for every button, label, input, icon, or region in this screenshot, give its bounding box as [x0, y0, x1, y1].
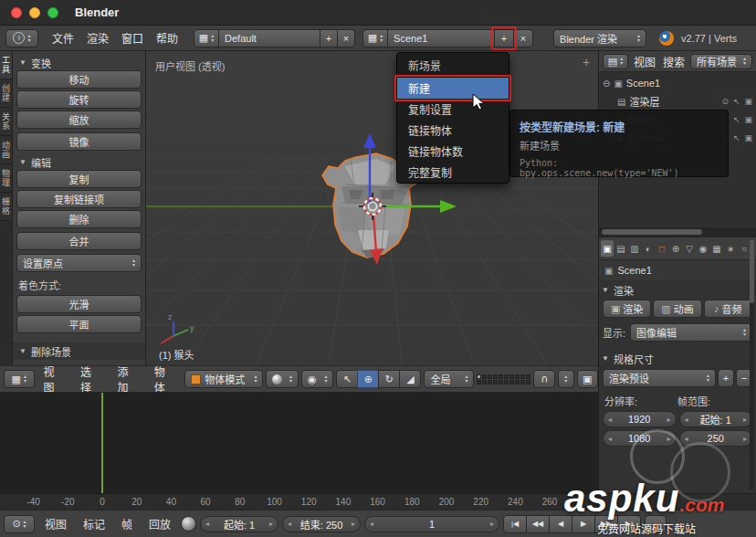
selectable-cursor-icon[interactable]: ↖ — [733, 115, 740, 124]
manipulator-scale-button[interactable]: ◢ — [399, 370, 421, 388]
shelf-tab-animation[interactable]: 动画 — [0, 136, 12, 164]
breadcrumb-scene-name[interactable]: Scene1 — [617, 265, 651, 276]
pivot-point-dropdown[interactable]: ◉ ▴▾ — [301, 370, 333, 388]
outliner-search-label[interactable]: 搜索 — [661, 54, 687, 69]
tab-object[interactable]: □ — [656, 240, 668, 257]
viewport-3d[interactable]: 用户视图 (透视) (1) 猴头 z y + — [146, 51, 598, 365]
render-still-button[interactable]: ▣ 渲染 — [603, 300, 651, 318]
previous-keyframe-button[interactable]: ◀◀ — [526, 515, 550, 533]
properties-scrollbar[interactable] — [750, 239, 754, 490]
shade-smooth-button[interactable]: 光滑 — [16, 295, 142, 313]
translate-button[interactable]: 移动 — [16, 70, 142, 89]
menu-item-link-objects[interactable]: 链接物体 — [397, 120, 509, 141]
menu-help[interactable]: 帮助 — [150, 30, 184, 46]
stepper-left-icon[interactable]: ◂ — [288, 520, 291, 528]
tab-render-layers[interactable]: ▤ — [614, 240, 627, 257]
panel-header-transform[interactable]: ▼ 变换 — [16, 55, 142, 70]
play-reverse-button[interactable]: ◀ — [549, 515, 572, 533]
visibility-eye-icon[interactable]: ⊙ — [721, 97, 729, 106]
stepper-left-icon[interactable]: ◂ — [685, 416, 688, 424]
view3d-menu-view[interactable]: 视图 — [37, 365, 71, 393]
menu-item-link-object-data[interactable]: 链接物体数 — [397, 141, 509, 162]
region-corner-plus-icon[interactable]: + — [583, 55, 590, 69]
render-presets-dropdown[interactable]: 渲染预设 ▴▾ — [603, 369, 716, 387]
current-frame-field[interactable]: ◂ 1 ▸ — [364, 516, 499, 532]
viewport-shading-dropdown[interactable]: ▴▾ — [266, 370, 298, 388]
renderable-camera-icon[interactable]: ▣ — [744, 115, 752, 124]
close-window-button[interactable] — [11, 7, 22, 18]
render-audio-button[interactable]: ♪ 音频 — [704, 300, 752, 318]
display-mode-dropdown[interactable]: 图像编辑 ▴▾ — [630, 323, 752, 342]
panel-header-render[interactable]: ▼ 渲染 — [599, 282, 756, 298]
scale-button[interactable]: 缩放 — [16, 111, 142, 129]
timeline-ruler[interactable]: -40 -20 0 20 40 60 80 100 120 140 160 18… — [0, 493, 756, 510]
current-frame-line[interactable] — [101, 393, 103, 493]
duplicate-linked-button[interactable]: 复制链接项 — [16, 190, 142, 208]
stepper-left-icon[interactable]: ◂ — [370, 520, 373, 528]
stepper-right-icon[interactable]: ▸ — [667, 416, 670, 424]
preview-range-button[interactable] — [181, 516, 196, 532]
view3d-menu-add[interactable]: 添加 — [110, 365, 144, 393]
renderable-camera-icon[interactable]: ▣ — [744, 97, 752, 106]
set-origin-dropdown[interactable]: 设置原点 ▴▾ — [16, 254, 142, 272]
layers-widget[interactable] — [477, 374, 530, 384]
delete-scene-button[interactable]: × — [513, 29, 533, 47]
delete-screen-layout-button[interactable]: × — [337, 29, 355, 47]
rotate-button[interactable]: 旋转 — [16, 90, 142, 109]
screen-layout-browse-button[interactable]: ▦ ▴▾ — [194, 29, 219, 47]
menu-file[interactable]: 文件 — [46, 30, 80, 46]
menu-window[interactable]: 窗口 — [115, 30, 150, 46]
panel-header-dimensions[interactable]: ▼ 规格尺寸 — [599, 351, 756, 366]
record-button[interactable]: ● — [645, 515, 667, 533]
jump-to-start-button[interactable]: |◀ — [503, 515, 527, 533]
tab-world[interactable]: ◐ — [642, 240, 655, 257]
mode-dropdown[interactable]: 物体模式 ▴▾ — [184, 370, 263, 388]
manipulator-pointer-button[interactable]: ↖ — [336, 370, 358, 388]
tab-render[interactable]: ▣ — [601, 240, 614, 257]
stepper-right-icon[interactable]: ▸ — [743, 435, 747, 443]
tab-physics[interactable]: ○ — [738, 240, 751, 257]
tab-particles[interactable]: ∗ — [724, 240, 737, 257]
stepper-right-icon[interactable]: ▸ — [490, 520, 494, 528]
stepper-right-icon[interactable]: ▸ — [743, 416, 747, 424]
frame-end-field[interactable]: ◂ 250 ▸ — [679, 430, 753, 447]
screen-layout-name-field[interactable]: Default — [218, 29, 320, 47]
frame-start-field[interactable]: ◂ 起始: 1 ▸ — [200, 516, 278, 532]
frame-end-field[interactable]: ◂ 结束: 250 ▸ — [282, 516, 361, 532]
stepper-left-icon[interactable]: ◂ — [608, 435, 612, 443]
resolution-y-field[interactable]: ◂ 1080 ▸ — [603, 430, 677, 447]
transform-orientation-dropdown[interactable]: 全局 ▴▾ — [424, 370, 474, 388]
tab-texture[interactable]: ▦ — [710, 240, 723, 257]
tab-material[interactable]: ◉ — [697, 240, 709, 257]
viewport-canvas[interactable] — [146, 51, 598, 365]
stepper-left-icon[interactable]: ◂ — [205, 520, 209, 528]
outliner-scrollbar[interactable] — [599, 227, 756, 237]
tab-constraints[interactable]: ⊕ — [669, 240, 682, 257]
selectable-cursor-icon[interactable]: ↖ — [733, 133, 740, 142]
stepper-right-icon[interactable]: ▸ — [269, 520, 273, 528]
frame-start-field[interactable]: ◂ 起始: 1 ▸ — [679, 411, 753, 427]
render-opengl-button[interactable]: ▣ — [577, 370, 598, 388]
renderable-camera-icon[interactable]: ▣ — [744, 133, 752, 142]
timeline-menu-playback[interactable]: 回放 — [142, 516, 177, 532]
duplicate-button[interactable]: 复制 — [16, 170, 142, 188]
tab-scene[interactable]: ▥ — [628, 240, 641, 257]
outliner-menu-view[interactable]: 视图 — [632, 54, 657, 69]
manipulator-rotate-button[interactable]: ↻ — [378, 370, 400, 388]
shelf-tab-relations[interactable]: 关系 — [0, 108, 12, 136]
outliner-row-scene[interactable]: ⊖ ▣ Scene1 — [599, 74, 756, 92]
next-keyframe-button[interactable]: ▶▶ — [594, 515, 618, 533]
scrollbar-thumb[interactable] — [750, 239, 754, 303]
editor-type-outliner-button[interactable]: ▤ ▴▾ — [603, 54, 628, 69]
resolution-x-field[interactable]: ◂ 1920 ▸ — [603, 411, 677, 427]
render-animation-button[interactable]: ▥ 动画 — [653, 300, 701, 318]
add-screen-layout-button[interactable]: + — [320, 29, 338, 47]
scene-browse-button[interactable]: ▦ ▴▾ — [362, 29, 388, 47]
view3d-menu-select[interactable]: 选择 — [74, 365, 108, 393]
shelf-tab-physics[interactable]: 物理 — [0, 164, 12, 193]
menu-item-full-copy[interactable]: 完整复制 — [397, 162, 509, 183]
outliner-filter-dropdown[interactable]: 所有场景 ▴▾ — [690, 54, 752, 69]
editor-type-info-button[interactable]: i ▴▾ — [5, 29, 38, 47]
timeline-menu-frame[interactable]: 帧 — [115, 516, 139, 532]
mirror-button[interactable]: 镜像 — [16, 132, 142, 151]
